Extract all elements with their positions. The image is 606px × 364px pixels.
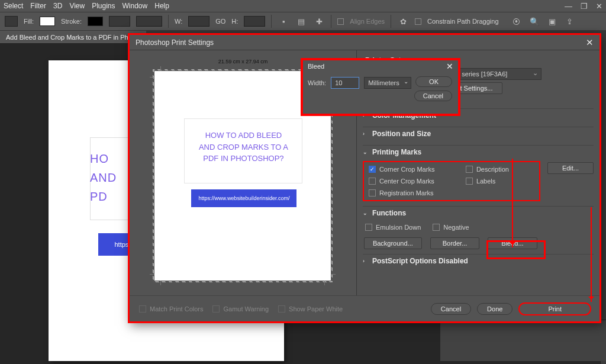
bleed-cancel-button[interactable]: Cancel	[414, 91, 452, 101]
preview-headline-3: PDF IN PHOTOSHOP?	[203, 154, 283, 163]
highlight-arrow-2	[591, 207, 592, 302]
search-icon[interactable]: 🔍	[528, 15, 540, 27]
stroke-width-field[interactable]	[109, 16, 130, 27]
menu-view[interactable]: View	[69, 2, 85, 10]
match-colors-checkbox	[139, 305, 146, 313]
align-left-icon[interactable]: ▤	[295, 15, 307, 27]
align-edges-label: Align Edges	[350, 18, 385, 25]
highlight-arrow-1	[512, 159, 513, 247]
center-crop-label: Center Crop Marks	[379, 178, 434, 185]
twisty-icon[interactable]: ›	[363, 131, 369, 137]
twisty-icon[interactable]: ›	[363, 258, 369, 264]
fill-swatch[interactable]	[40, 17, 55, 26]
window-close-icon[interactable]: ✕	[596, 2, 602, 11]
gamut-checkbox	[212, 305, 220, 313]
background-button[interactable]: Background...	[364, 237, 422, 249]
width-field[interactable]	[188, 16, 209, 27]
registration-label: Registration Marks	[379, 189, 434, 197]
preview-headline-1: HOW TO ADD BLEED	[205, 131, 282, 140]
print-button[interactable]: Print	[518, 302, 591, 315]
bleed-width-label: Width:	[308, 79, 326, 86]
labels-checkbox[interactable]	[466, 178, 473, 185]
printing-marks-heading[interactable]: Printing Marks	[372, 148, 421, 156]
paper-white-checkbox	[278, 305, 285, 313]
match-colors-label: Match Print Colors	[150, 305, 203, 313]
dialog-title: Photoshop Print Settings	[136, 38, 214, 47]
functions-heading[interactable]: Functions	[372, 209, 406, 217]
frame-icon[interactable]: ▣	[546, 15, 558, 27]
bleed-close-icon[interactable]: ✕	[446, 62, 453, 71]
description-checkbox[interactable]	[466, 166, 473, 173]
stroke-style-dropdown[interactable]	[136, 16, 162, 27]
document-tab[interactable]: Add Bleed and Crop Marks to a PDF in Pho…	[0, 31, 146, 43]
menu-plugins[interactable]: Plugins	[92, 2, 115, 10]
align-edges-checkbox[interactable]	[337, 18, 344, 25]
tool-preset-dropdown[interactable]	[5, 16, 18, 27]
menu-help[interactable]: Help	[154, 2, 169, 10]
emulsion-checkbox[interactable]	[365, 224, 372, 231]
align-icon[interactable]: ▪	[278, 15, 289, 27]
border-button[interactable]: Border...	[430, 237, 480, 249]
gamut-label: Gamut Warning	[223, 305, 269, 313]
home-icon[interactable]: ⦿	[511, 15, 523, 27]
constrain-checkbox[interactable]	[415, 18, 421, 25]
stroke-swatch[interactable]	[88, 17, 103, 26]
position-size-heading[interactable]: Position and Size	[372, 130, 431, 138]
height-field[interactable]	[244, 16, 265, 27]
negative-checkbox[interactable]	[433, 224, 440, 231]
twisty-icon[interactable]: ⌄	[363, 149, 369, 155]
bleed-width-field[interactable]: 10	[331, 77, 359, 89]
corner-crop-label: Corner Crop Marks	[379, 166, 435, 173]
menu-filter[interactable]: Filter	[30, 2, 46, 10]
go-label: GO	[215, 18, 225, 25]
printing-marks-group: ✓Corner Crop Marks Description Center Cr…	[363, 161, 540, 201]
cancel-button[interactable]: Cancel	[431, 303, 471, 315]
width-label: W:	[175, 18, 182, 25]
stroke-label: Stroke:	[61, 18, 82, 25]
fill-label: Fill:	[24, 18, 34, 25]
bleed-title: Bleed	[308, 63, 324, 70]
path-ops-icon[interactable]: ✚	[313, 15, 325, 27]
dialog-footer: Match Print Colors Gamut Warning Show Pa…	[130, 295, 599, 321]
emulsion-label: Emulsion Down	[376, 224, 421, 231]
done-button[interactable]: Done	[477, 303, 512, 315]
menu-select[interactable]: Select	[4, 2, 23, 10]
canvas-head-frag-3: PD	[90, 190, 108, 203]
negative-label: Negative	[443, 224, 469, 231]
menu-window[interactable]: Window	[123, 2, 148, 10]
paper-white-label: Show Paper White	[289, 305, 343, 313]
canvas-head-frag-2: AND	[90, 171, 117, 184]
window-restore-icon[interactable]: ❐	[581, 2, 588, 11]
edit-marks-button[interactable]: Edit...	[547, 162, 594, 174]
bottom-panel	[440, 320, 606, 361]
corner-crop-checkbox[interactable]: ✓	[369, 166, 376, 173]
share-icon[interactable]: ⇪	[564, 15, 576, 27]
constrain-label: Constrain Path Dragging	[427, 18, 498, 25]
preview-url: https://www.websitebuilderinsider.com/	[191, 189, 296, 207]
postscript-heading[interactable]: PostScript Options Disabled	[372, 257, 468, 265]
menu-bar: Select Filter 3D View Plugins Window Hel…	[0, 0, 606, 12]
description-label: Description	[476, 166, 509, 173]
gear-icon[interactable]: ✿	[397, 15, 409, 27]
labels-label: Labels	[476, 178, 495, 185]
height-label: H:	[231, 18, 238, 25]
window-min-icon[interactable]: —	[565, 2, 572, 11]
bleed-dialog: Bleed ✕ Width: 10 Millimeters OK Cancel	[301, 58, 460, 116]
preview-headline-2: AND CROP MARKS TO A	[199, 143, 288, 152]
twisty-icon[interactable]: ⌄	[363, 210, 369, 216]
center-crop-checkbox[interactable]	[369, 178, 376, 185]
registration-checkbox[interactable]	[369, 189, 376, 197]
bleed-unit-dropdown[interactable]: Millimeters	[364, 77, 411, 89]
menu-3d[interactable]: 3D	[53, 2, 62, 10]
bleed-ok-button[interactable]: OK	[415, 76, 452, 87]
dialog-close-icon[interactable]: ✕	[586, 37, 594, 48]
options-bar: Fill: Stroke: W: GO H: ▪ ▤ ✚ Align Edges…	[0, 12, 606, 31]
canvas-head-frag-1: HO	[90, 152, 109, 165]
preview-dimensions: 21.59 cm x 27.94 cm	[218, 59, 268, 65]
